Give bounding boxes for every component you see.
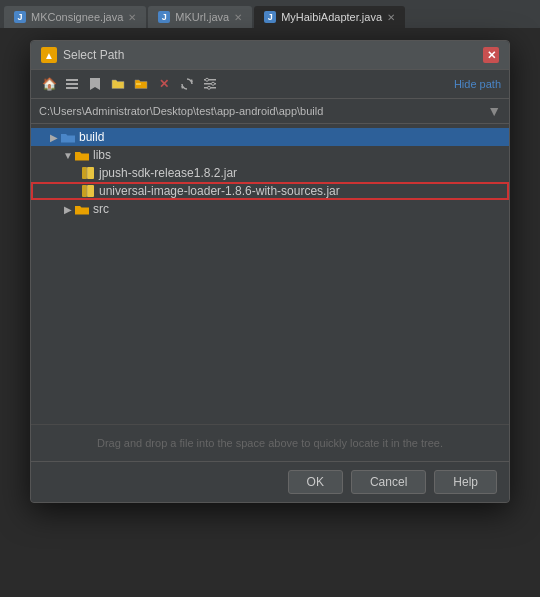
arrow-build: ▶ [47,132,61,143]
dialog-close-button[interactable]: ✕ [483,47,499,63]
toolbar-folder-new-button[interactable] [108,74,128,94]
tree-label-jpush: jpush-sdk-release1.8.2.jar [99,166,237,180]
dialog-title-bar: ▲ Select Path ✕ [31,41,509,70]
tab-myhaibi[interactable]: J MyHaibiAdapter.java ✕ [254,6,405,28]
tree-item-universal[interactable]: universal-image-loader-1.8.6-with-source… [31,182,509,200]
tree-label-universal: universal-image-loader-1.8.6-with-source… [99,184,340,198]
folder-icon-libs [75,150,89,161]
svg-rect-0 [66,79,78,81]
dialog-footer: OK Cancel Help [31,461,509,502]
tab-icon-j2: J [158,11,170,23]
tab-icon-j: J [14,11,26,23]
dialog-icon: ▲ [41,47,57,63]
jar-icon-universal [81,184,95,198]
tab-icon-j3: J [264,11,276,23]
svg-rect-10 [82,167,87,179]
arrow-src: ▶ [61,204,75,215]
toolbar-bookmark-button[interactable] [85,74,105,94]
tab-close-mkurl[interactable]: ✕ [234,12,242,23]
tab-close-mkconsignee[interactable]: ✕ [128,12,136,23]
svg-rect-1 [66,83,78,85]
tree-label-build: build [79,130,104,144]
svg-point-8 [212,82,215,85]
jar-icon-jpush [81,166,95,180]
svg-point-7 [206,78,209,81]
svg-rect-11 [87,167,94,179]
svg-rect-14 [87,185,94,197]
path-text: C:\Users\Administrator\Desktop\test\app-… [39,105,483,117]
toolbar-home-button[interactable]: 🏠 [39,74,59,94]
tab-label-mkurl: MKUrl.java [175,11,229,23]
svg-rect-3 [136,83,141,85]
toolbar-left: 🏠 [39,74,220,94]
arrow-libs: ▼ [61,150,75,161]
tree-label-src: src [93,202,109,216]
tree-label-libs: libs [93,148,111,162]
dialog-title-text: Select Path [63,48,124,62]
toolbar-list-button[interactable] [62,74,82,94]
tab-close-myhaibi[interactable]: ✕ [387,12,395,23]
help-button[interactable]: Help [434,470,497,494]
drop-hint: Drag and drop a file into the space abov… [31,424,509,461]
toolbar-settings-button[interactable] [200,74,220,94]
folder-icon-build [61,132,75,143]
hide-path-link[interactable]: Hide path [454,78,501,90]
tree-item-src[interactable]: ▶ src [31,200,509,218]
path-dropdown-arrow[interactable]: ▼ [487,103,501,119]
toolbar-folder-open-button[interactable] [131,74,151,94]
dialog-toolbar: 🏠 [31,70,509,99]
svg-rect-13 [82,185,87,197]
drop-hint-text: Drag and drop a file into the space abov… [97,437,443,449]
tab-label-mkconsignee: MKConsignee.java [31,11,123,23]
svg-rect-2 [66,87,78,89]
folder-icon-src [75,204,89,215]
toolbar-refresh-button[interactable] [177,74,197,94]
tree-item-jpush[interactable]: jpush-sdk-release1.8.2.jar [31,164,509,182]
path-bar: C:\Users\Administrator\Desktop\test\app-… [31,99,509,124]
toolbar-delete-button[interactable]: ✕ [154,74,174,94]
tab-label-myhaibi: MyHaibiAdapter.java [281,11,382,23]
dialog-title-left: ▲ Select Path [41,47,124,63]
select-path-dialog: ▲ Select Path ✕ 🏠 [30,40,510,503]
tab-mkurl[interactable]: J MKUrl.java ✕ [148,6,252,28]
tab-bar: J MKConsignee.java ✕ J MKUrl.java ✕ J My… [0,0,540,28]
svg-point-9 [208,86,211,89]
tree-item-libs[interactable]: ▼ libs [31,146,509,164]
tree-area[interactable]: ▶ build ▼ libs [31,124,509,424]
ok-button[interactable]: OK [288,470,343,494]
tab-mkconsignee[interactable]: J MKConsignee.java ✕ [4,6,146,28]
cancel-button[interactable]: Cancel [351,470,426,494]
tree-item-build[interactable]: ▶ build [31,128,509,146]
